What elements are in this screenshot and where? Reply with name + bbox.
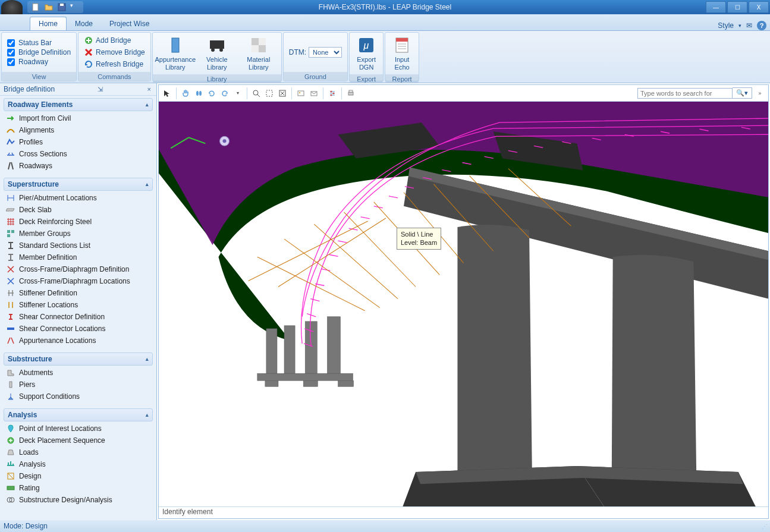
quick-access-toolbar: ▾ xyxy=(27,1,83,13)
svg-rect-4 xyxy=(172,38,179,52)
ribbon-group-label: Ground xyxy=(284,72,347,81)
svg-rect-32 xyxy=(266,90,272,96)
tree-item-stiffener-loc[interactable]: Stiffener Locations xyxy=(4,299,153,311)
tree-item-support-conditions[interactable]: Support Conditions xyxy=(4,391,153,402)
viewport-search: 🔍▾ » xyxy=(637,87,766,99)
material-library-button[interactable]: Material Library xyxy=(238,34,279,73)
help-icon[interactable]: ? xyxy=(757,21,766,30)
tree-item-standard-sections[interactable]: Standard Sections List xyxy=(4,240,153,251)
tooltip-line: Solid \ Line xyxy=(401,230,437,238)
rotate-tool-icon[interactable] xyxy=(206,87,218,99)
tree-item-shearconn-loc[interactable]: Shear Connector Locations xyxy=(4,323,153,335)
save-icon[interactable] xyxy=(57,2,67,12)
zoom-tool-icon[interactable] xyxy=(250,87,262,99)
3d-canvas[interactable]: Solid \ Line Level: Beam xyxy=(159,102,768,506)
tree-item-deck-placement[interactable]: Deck Placement Sequence xyxy=(4,435,153,446)
checkbox-roadway[interactable]: Roadway xyxy=(4,57,74,67)
tree-item-cross-sections[interactable]: Cross Sections xyxy=(4,148,153,160)
dtm-selector[interactable]: DTM: None xyxy=(285,34,345,70)
search-input[interactable] xyxy=(637,88,733,99)
tree-item-member-groups[interactable]: Member Groups xyxy=(4,228,153,240)
walk-tool-icon[interactable] xyxy=(193,87,205,99)
section-analysis[interactable]: Analysis▴ xyxy=(4,408,153,421)
open-folder-icon[interactable] xyxy=(44,2,54,12)
svg-rect-47 xyxy=(327,317,340,375)
tree-item-crossframe-def[interactable]: Cross-Frame/Diaphragm Definition xyxy=(4,263,153,275)
svg-rect-48 xyxy=(257,373,353,380)
tree-item-abutments[interactable]: Abutments xyxy=(4,367,153,379)
ribbon-group-label: Library xyxy=(153,74,281,83)
checkbox-status-bar[interactable]: Status Bar xyxy=(4,38,74,48)
tree-item-loads[interactable]: Loads xyxy=(4,446,153,458)
tree-item-rating[interactable]: Rating xyxy=(4,482,153,494)
input-echo-button[interactable]: Input Echo xyxy=(387,34,417,73)
image-tool-icon[interactable] xyxy=(295,87,307,99)
tab-home[interactable]: Home xyxy=(30,17,67,30)
ribbon: Status Bar Bridge Definition Roadway Vie… xyxy=(0,31,770,83)
qat-dropdown-icon[interactable]: ▾ xyxy=(70,2,80,12)
refresh-bridge-button[interactable]: Refresh Bridge xyxy=(80,58,149,70)
export-dgn-button[interactable]: μExport DGN xyxy=(351,34,381,73)
tree-item-roadways[interactable]: Roadways xyxy=(4,160,153,172)
tree-item-poi-locations[interactable]: Point of Interest Locations xyxy=(4,423,153,435)
svg-rect-23 xyxy=(10,382,12,388)
pan-tool-icon[interactable] xyxy=(180,87,191,99)
fit-view-icon[interactable] xyxy=(276,87,288,99)
tree-item-piers[interactable]: Piers xyxy=(4,379,153,391)
svg-rect-51 xyxy=(338,380,353,386)
tree-item-analysis[interactable]: Analysis xyxy=(4,458,153,470)
svg-rect-49 xyxy=(265,380,278,386)
tree-item-pier-abutment-locations[interactable]: Pier/Abutment Locations xyxy=(4,192,153,204)
style-caret-icon[interactable]: ▾ xyxy=(738,23,741,29)
tree-item-alignments[interactable]: Alignments xyxy=(4,124,153,136)
email-tool-icon[interactable] xyxy=(308,87,320,99)
tree-item-profiles[interactable]: Profiles xyxy=(4,136,153,148)
checkbox-bridge-definition[interactable]: Bridge Definition xyxy=(4,48,74,57)
svg-rect-15 xyxy=(396,38,408,42)
add-bridge-button[interactable]: Add Bridge xyxy=(80,34,149,46)
tree-item-design[interactable]: Design xyxy=(4,470,153,482)
tree-item-shearconn-def[interactable]: Shear Connector Definition xyxy=(4,311,153,323)
tree-item-member-definition[interactable]: Member Definition xyxy=(4,251,153,263)
mail-icon[interactable]: ✉ xyxy=(746,21,752,30)
maximize-button[interactable]: ☐ xyxy=(727,1,747,13)
search-menu-icon[interactable]: » xyxy=(754,87,766,99)
panel-scroll[interactable]: Roadway Elements▴ Import from Civil Alig… xyxy=(0,96,156,520)
undo-view-icon[interactable] xyxy=(219,87,231,99)
resize-grip-icon[interactable]: ⋰ xyxy=(762,523,766,530)
print-tool-icon[interactable] xyxy=(345,87,357,99)
remove-bridge-button[interactable]: Remove Bridge xyxy=(80,46,149,58)
tab-mode[interactable]: Mode xyxy=(67,17,101,30)
zoom-window-icon[interactable] xyxy=(263,87,275,99)
tree-item-crossframe-loc[interactable]: Cross-Frame/Diaphragm Locations xyxy=(4,275,153,287)
select-tool-icon[interactable] xyxy=(161,87,173,99)
section-roadway-elements[interactable]: Roadway Elements▴ xyxy=(4,98,153,111)
tab-projectwise[interactable]: Project Wise xyxy=(101,17,158,30)
section-body: Abutments Piers Support Conditions xyxy=(0,366,156,406)
tree-item-appurtenance-loc[interactable]: Appurtenance Locations xyxy=(4,335,153,347)
tree-item-sub-design-analysis[interactable]: Substructure Design/Analysis xyxy=(4,494,153,506)
svg-rect-0 xyxy=(33,4,38,11)
appurtenance-library-button[interactable]: Appurtenance Library xyxy=(155,34,196,73)
svg-point-29 xyxy=(196,91,199,96)
new-file-icon[interactable] xyxy=(31,2,40,12)
pin-icon[interactable]: ⇲ xyxy=(96,86,105,93)
section-superstructure[interactable]: Superstructure▴ xyxy=(4,178,153,191)
dtm-select[interactable]: None xyxy=(309,47,342,58)
section-substructure[interactable]: Substructure▴ xyxy=(4,352,153,366)
close-button[interactable]: X xyxy=(749,1,769,13)
svg-rect-5 xyxy=(210,40,224,49)
tree-item-deck-slab[interactable]: Deck Slab xyxy=(4,204,153,216)
tree-item-stiffener-def[interactable]: Stiffener Definition xyxy=(4,287,153,299)
panel-close-icon[interactable]: × xyxy=(146,86,153,93)
toolbar-caret-icon[interactable]: ▾ xyxy=(232,87,244,99)
search-go-button[interactable]: 🔍▾ xyxy=(733,87,752,99)
tree-item-import-from-civil[interactable]: Import from Civil xyxy=(4,112,153,124)
svg-rect-10 xyxy=(252,45,259,52)
style-dropdown[interactable]: Style xyxy=(718,21,734,30)
minimize-button[interactable]: — xyxy=(706,1,726,13)
vehicle-library-button[interactable]: Vehicle Library xyxy=(196,34,238,73)
tree-item-deck-reinforcing[interactable]: Deck Reinforcing Steel xyxy=(4,216,153,228)
app-logo[interactable] xyxy=(1,0,23,14)
settings-tool-icon[interactable] xyxy=(326,87,338,99)
